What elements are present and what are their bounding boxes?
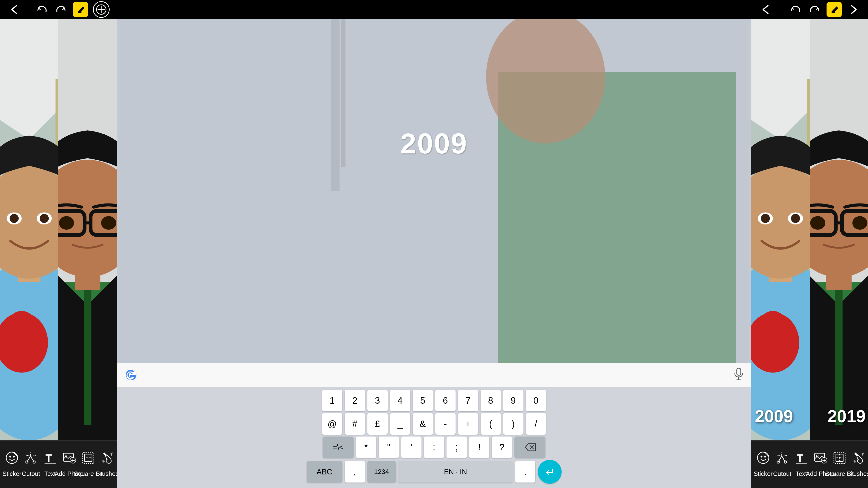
key-5[interactable]: 5 — [413, 390, 433, 411]
center-year-text: 2009 — [400, 127, 468, 160]
key-asterisk[interactable]: * — [356, 436, 376, 458]
svg-point-29 — [6, 452, 18, 463]
center-photo-bg: 2009 — [117, 19, 751, 363]
right-panel: 2009 — [751, 0, 868, 488]
left-top-bar — [0, 0, 117, 19]
highlight-tool-left[interactable] — [73, 2, 88, 17]
right-top-bar — [751, 0, 868, 19]
key-question[interactable]: ? — [492, 436, 512, 458]
key-underscore[interactable]: _ — [390, 413, 410, 435]
symbol-row-2: =\< * " ' : ; ! ? — [117, 436, 751, 458]
left-photo-split — [0, 19, 117, 440]
back-button-right[interactable] — [758, 2, 773, 17]
svg-point-30 — [9, 456, 11, 458]
key-language[interactable]: EN · IN — [398, 461, 513, 483]
undo-icon-right[interactable] — [788, 2, 803, 17]
key-quote[interactable]: " — [379, 436, 399, 458]
redo-icon-right[interactable] — [807, 2, 822, 17]
svg-rect-51 — [117, 19, 751, 363]
cutout-label-right: Cutout — [773, 470, 792, 478]
toolbar-cutout-left[interactable]: Cutout — [22, 451, 40, 478]
key-0[interactable]: 0 — [526, 390, 546, 411]
key-apostrophe[interactable]: ' — [401, 436, 422, 458]
svg-point-70 — [791, 214, 800, 223]
keyboard-rows: 1 2 3 4 5 6 7 8 9 0 @ # £ _ & - + ( — [117, 388, 751, 488]
year-2019-overlay: 2019 — [828, 406, 866, 426]
keyboard-search-input[interactable] — [142, 369, 728, 381]
svg-point-28 — [101, 216, 116, 230]
sticker-label-left: Sticker — [2, 470, 21, 478]
key-minus[interactable]: - — [435, 413, 456, 435]
center-top-bar — [117, 0, 751, 19]
toolbar-sticker-right[interactable]: Sticker — [754, 451, 773, 478]
key-6[interactable]: 6 — [435, 390, 456, 411]
svg-point-88 — [761, 456, 763, 458]
year-2009-overlay: 2009 — [755, 406, 793, 426]
right-photo-person2: 2019 — [810, 19, 868, 440]
key-semicolon[interactable]: ; — [446, 436, 467, 458]
forward-button-right[interactable] — [846, 2, 861, 17]
right-photo-split: 2009 — [751, 19, 868, 440]
key-2[interactable]: 2 — [345, 390, 365, 411]
top-bar-actions-right — [788, 2, 861, 17]
text-icon-right: T — [795, 451, 808, 467]
key-slash[interactable]: / — [526, 413, 546, 435]
key-period[interactable]: . — [515, 461, 535, 483]
left-photo-area — [0, 19, 117, 440]
svg-point-12 — [40, 214, 49, 223]
key-at[interactable]: @ — [322, 413, 342, 435]
key-9[interactable]: 9 — [503, 390, 524, 411]
key-open-paren[interactable]: ( — [480, 413, 501, 435]
text-label-right: Text — [796, 470, 807, 478]
key-plus[interactable]: + — [458, 413, 478, 435]
key-num-extra[interactable]: 12 34 — [367, 461, 396, 483]
key-hash[interactable]: # — [345, 413, 365, 435]
key-3[interactable]: 3 — [367, 390, 388, 411]
svg-point-96 — [816, 455, 818, 457]
toolbar-brushes-left[interactable]: Brushes — [98, 451, 117, 478]
key-pound[interactable]: £ — [367, 413, 388, 435]
key-special[interactable]: =\< — [322, 436, 353, 458]
key-4[interactable]: 4 — [390, 390, 410, 411]
right-photo-person1: 2009 — [751, 19, 810, 440]
key-close-paren[interactable]: ) — [503, 413, 524, 435]
text-icon-left: T — [43, 451, 57, 467]
square-fit-icon-right — [833, 451, 846, 467]
svg-point-27 — [59, 216, 74, 230]
backspace-key[interactable] — [515, 436, 546, 458]
key-ampersand[interactable]: & — [413, 413, 433, 435]
redo-icon-left[interactable] — [54, 2, 68, 17]
key-colon[interactable]: : — [424, 436, 444, 458]
photo-person2 — [58, 19, 117, 440]
key-7[interactable]: 7 — [458, 390, 478, 411]
svg-point-87 — [757, 452, 769, 463]
right-bottom-toolbar: Sticker Cutout T Text — [751, 440, 868, 488]
more-options-left[interactable] — [93, 1, 110, 18]
toolbar-sticker-left[interactable]: Sticker — [2, 451, 22, 478]
svg-point-89 — [764, 456, 766, 458]
back-button-left[interactable] — [7, 2, 22, 17]
toolbar-cutout-right[interactable]: Cutout — [773, 451, 792, 478]
key-1[interactable]: 1 — [322, 390, 342, 411]
mic-icon[interactable] — [733, 367, 744, 383]
svg-rect-0 — [78, 11, 82, 12]
photo-person1 — [0, 19, 58, 440]
svg-rect-54 — [737, 368, 741, 375]
key-exclaim[interactable]: ! — [469, 436, 489, 458]
toolbar-square-fit-right[interactable]: Square Fit — [830, 451, 849, 478]
svg-point-31 — [13, 456, 15, 458]
sticker-icon-left — [5, 451, 19, 467]
highlight-tool-right[interactable] — [827, 2, 842, 17]
key-comma[interactable]: , — [345, 461, 365, 483]
square-fit-icon-left — [82, 451, 95, 467]
svg-point-6 — [7, 311, 37, 344]
enter-key[interactable] — [538, 460, 562, 484]
top-bar-actions-left — [35, 1, 110, 18]
number-row: 1 2 3 4 5 6 7 8 9 0 — [117, 390, 751, 411]
undo-icon-left[interactable] — [35, 2, 49, 17]
toolbar-square-fit-left[interactable]: Square Fit — [79, 451, 98, 478]
cutout-label-left: Cutout — [22, 470, 40, 478]
key-abc[interactable]: ABC — [307, 461, 342, 483]
toolbar-brushes-right[interactable]: Brushes — [849, 451, 868, 478]
key-8[interactable]: 8 — [480, 390, 501, 411]
